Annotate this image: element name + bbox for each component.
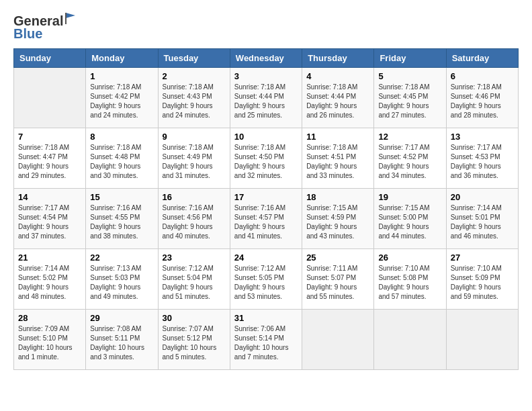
day-number: 16	[163, 192, 226, 202]
week-row-1: 1 Sunrise: 7:18 AMSunset: 4:42 PMDayligh…	[14, 68, 519, 128]
day-info: Sunrise: 7:18 AMSunset: 4:43 PMDaylight:…	[163, 83, 214, 119]
day-header-friday: Friday	[374, 49, 446, 68]
logo-blue-text: Blue	[13, 26, 42, 42]
calendar-cell: 19 Sunrise: 7:15 AMSunset: 5:00 PMDaylig…	[374, 189, 446, 249]
day-number: 4	[306, 71, 369, 81]
calendar-cell: 21 Sunrise: 7:14 AMSunset: 5:02 PMDaylig…	[14, 249, 86, 310]
calendar-cell: 14 Sunrise: 7:17 AMSunset: 4:54 PMDaylig…	[14, 189, 86, 249]
day-info: Sunrise: 7:14 AMSunset: 5:02 PMDaylight:…	[18, 265, 69, 300]
calendar-cell: 17 Sunrise: 7:16 AMSunset: 4:57 PMDaylig…	[230, 189, 302, 249]
svg-marker-0	[66, 13, 75, 18]
day-header-thursday: Thursday	[302, 49, 374, 68]
calendar-cell: 6 Sunrise: 7:18 AMSunset: 4:46 PMDayligh…	[446, 68, 518, 128]
logo: General Blue	[13, 13, 76, 42]
day-info: Sunrise: 7:16 AMSunset: 4:56 PMDaylight:…	[163, 204, 214, 240]
calendar-table: SundayMondayTuesdayWednesdayThursdayFrid…	[13, 48, 519, 370]
day-number: 1	[90, 71, 153, 81]
calendar-cell: 30 Sunrise: 7:07 AMSunset: 5:12 PMDaylig…	[158, 310, 230, 370]
day-number: 20	[451, 192, 514, 202]
day-number: 2	[163, 71, 226, 81]
day-info: Sunrise: 7:09 AMSunset: 5:10 PMDaylight:…	[18, 325, 73, 361]
day-number: 5	[378, 71, 441, 81]
day-header-monday: Monday	[86, 49, 158, 68]
day-info: Sunrise: 7:06 AMSunset: 5:14 PMDaylight:…	[234, 325, 289, 361]
day-number: 24	[234, 253, 298, 263]
calendar-cell: 18 Sunrise: 7:15 AMSunset: 4:59 PMDaylig…	[302, 189, 374, 249]
day-number: 27	[451, 253, 514, 263]
day-info: Sunrise: 7:10 AMSunset: 5:09 PMDaylight:…	[451, 265, 502, 300]
calendar-cell: 3 Sunrise: 7:18 AMSunset: 4:44 PMDayligh…	[230, 68, 302, 128]
calendar-cell: 24 Sunrise: 7:12 AMSunset: 5:05 PMDaylig…	[230, 249, 302, 310]
calendar-cell: 23 Sunrise: 7:12 AMSunset: 5:04 PMDaylig…	[158, 249, 230, 310]
day-info: Sunrise: 7:15 AMSunset: 4:59 PMDaylight:…	[306, 204, 357, 240]
day-number: 3	[234, 71, 298, 81]
day-number: 11	[306, 132, 369, 142]
calendar-cell: 8 Sunrise: 7:18 AMSunset: 4:48 PMDayligh…	[86, 128, 158, 189]
day-number: 8	[90, 132, 153, 142]
calendar-cell: 31 Sunrise: 7:06 AMSunset: 5:14 PMDaylig…	[230, 310, 302, 370]
day-number: 18	[306, 192, 369, 202]
day-number: 15	[90, 192, 153, 202]
day-info: Sunrise: 7:11 AMSunset: 5:07 PMDaylight:…	[306, 265, 357, 300]
day-info: Sunrise: 7:12 AMSunset: 5:04 PMDaylight:…	[163, 265, 214, 300]
week-row-2: 7 Sunrise: 7:18 AMSunset: 4:47 PMDayligh…	[14, 128, 519, 189]
calendar-cell: 29 Sunrise: 7:08 AMSunset: 5:11 PMDaylig…	[86, 310, 158, 370]
calendar-cell: 13 Sunrise: 7:17 AMSunset: 4:53 PMDaylig…	[446, 128, 518, 189]
day-number: 10	[234, 132, 298, 142]
calendar-cell	[374, 310, 446, 370]
day-info: Sunrise: 7:18 AMSunset: 4:50 PMDaylight:…	[234, 144, 285, 179]
day-info: Sunrise: 7:07 AMSunset: 5:12 PMDaylight:…	[163, 325, 217, 361]
calendar-cell: 16 Sunrise: 7:16 AMSunset: 4:56 PMDaylig…	[158, 189, 230, 249]
day-info: Sunrise: 7:16 AMSunset: 4:57 PMDaylight:…	[234, 204, 285, 240]
calendar-cell: 4 Sunrise: 7:18 AMSunset: 4:44 PMDayligh…	[302, 68, 374, 128]
calendar-cell: 28 Sunrise: 7:09 AMSunset: 5:10 PMDaylig…	[14, 310, 86, 370]
week-row-4: 21 Sunrise: 7:14 AMSunset: 5:02 PMDaylig…	[14, 249, 519, 310]
day-info: Sunrise: 7:18 AMSunset: 4:44 PMDaylight:…	[234, 83, 285, 119]
calendar-cell: 25 Sunrise: 7:11 AMSunset: 5:07 PMDaylig…	[302, 249, 374, 310]
calendar-cell: 20 Sunrise: 7:14 AMSunset: 5:01 PMDaylig…	[446, 189, 518, 249]
week-row-5: 28 Sunrise: 7:09 AMSunset: 5:10 PMDaylig…	[14, 310, 519, 370]
day-info: Sunrise: 7:18 AMSunset: 4:44 PMDaylight:…	[306, 83, 357, 119]
calendar-cell	[302, 310, 374, 370]
day-number: 17	[234, 192, 298, 202]
day-info: Sunrise: 7:18 AMSunset: 4:48 PMDaylight:…	[90, 144, 141, 179]
page-header: General Blue	[13, 13, 519, 42]
calendar-cell: 26 Sunrise: 7:10 AMSunset: 5:08 PMDaylig…	[374, 249, 446, 310]
day-header-saturday: Saturday	[446, 49, 518, 68]
day-number: 22	[90, 253, 153, 263]
calendar-cell: 12 Sunrise: 7:17 AMSunset: 4:52 PMDaylig…	[374, 128, 446, 189]
calendar-cell: 22 Sunrise: 7:13 AMSunset: 5:03 PMDaylig…	[86, 249, 158, 310]
calendar-cell	[446, 310, 518, 370]
day-info: Sunrise: 7:17 AMSunset: 4:54 PMDaylight:…	[18, 204, 69, 240]
day-info: Sunrise: 7:17 AMSunset: 4:52 PMDaylight:…	[378, 144, 429, 179]
day-info: Sunrise: 7:18 AMSunset: 4:46 PMDaylight:…	[451, 83, 502, 119]
day-number: 29	[90, 313, 153, 323]
day-info: Sunrise: 7:14 AMSunset: 5:01 PMDaylight:…	[451, 204, 502, 240]
day-info: Sunrise: 7:12 AMSunset: 5:05 PMDaylight:…	[234, 265, 285, 300]
day-number: 19	[378, 192, 441, 202]
day-info: Sunrise: 7:10 AMSunset: 5:08 PMDaylight:…	[378, 265, 429, 300]
day-info: Sunrise: 7:18 AMSunset: 4:51 PMDaylight:…	[306, 144, 357, 179]
day-info: Sunrise: 7:18 AMSunset: 4:42 PMDaylight:…	[90, 83, 141, 119]
calendar-cell: 5 Sunrise: 7:18 AMSunset: 4:45 PMDayligh…	[374, 68, 446, 128]
day-number: 6	[451, 71, 514, 81]
day-info: Sunrise: 7:16 AMSunset: 4:55 PMDaylight:…	[90, 204, 141, 240]
day-header-tuesday: Tuesday	[158, 49, 230, 68]
calendar-cell: 2 Sunrise: 7:18 AMSunset: 4:43 PMDayligh…	[158, 68, 230, 128]
calendar-cell: 9 Sunrise: 7:18 AMSunset: 4:49 PMDayligh…	[158, 128, 230, 189]
day-headers-row: SundayMondayTuesdayWednesdayThursdayFrid…	[14, 49, 519, 68]
day-number: 26	[378, 253, 441, 263]
day-number: 25	[306, 253, 369, 263]
day-number: 7	[18, 132, 81, 142]
calendar-cell	[14, 68, 86, 128]
calendar-cell: 27 Sunrise: 7:10 AMSunset: 5:09 PMDaylig…	[446, 249, 518, 310]
day-number: 31	[234, 313, 298, 323]
calendar-cell: 10 Sunrise: 7:18 AMSunset: 4:50 PMDaylig…	[230, 128, 302, 189]
day-info: Sunrise: 7:18 AMSunset: 4:45 PMDaylight:…	[378, 83, 429, 119]
day-number: 28	[18, 313, 81, 323]
day-number: 12	[378, 132, 441, 142]
day-header-wednesday: Wednesday	[230, 49, 302, 68]
day-number: 30	[163, 313, 226, 323]
day-info: Sunrise: 7:08 AMSunset: 5:11 PMDaylight:…	[90, 325, 144, 361]
calendar-cell: 7 Sunrise: 7:18 AMSunset: 4:47 PMDayligh…	[14, 128, 86, 189]
